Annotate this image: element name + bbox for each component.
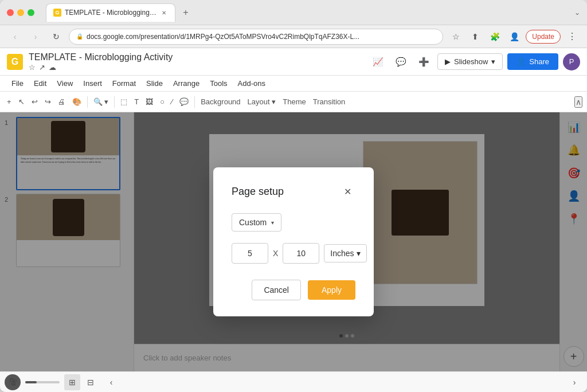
- share-nav-button[interactable]: ⬆: [467, 29, 483, 45]
- times-icon: X: [273, 249, 278, 258]
- next-button[interactable]: ›: [566, 374, 582, 390]
- toolbar-zoom-button[interactable]: 🔍 ▾: [91, 95, 111, 109]
- background-button[interactable]: Background: [198, 95, 242, 109]
- slideshow-button[interactable]: ▶ Slideshow ▾: [437, 53, 503, 70]
- new-tab-button[interactable]: +: [178, 5, 194, 21]
- height-input[interactable]: [283, 243, 319, 264]
- app-title-area: TEMPLATE - Microblogging Activity ☆ ↗ ☁: [29, 52, 173, 72]
- chevron-down-icon[interactable]: ⌄: [574, 9, 580, 17]
- active-tab[interactable]: G TEMPLATE - Microblogging Ac... ✕: [46, 3, 175, 22]
- extensions-button[interactable]: 🧩: [487, 29, 503, 45]
- volume-slider[interactable]: [25, 381, 60, 383]
- back-button[interactable]: ‹: [7, 29, 23, 45]
- custom-label: Custom: [239, 218, 267, 227]
- unit-dropdown[interactable]: Inches ▾: [324, 244, 366, 262]
- slideshow-arrow-icon: ▾: [491, 57, 495, 66]
- menu-file[interactable]: File: [7, 77, 28, 89]
- layout-button[interactable]: Layout ▾: [245, 95, 279, 109]
- toolbar-redo-button[interactable]: ↪: [42, 95, 53, 109]
- toolbar-add-button[interactable]: +: [5, 95, 14, 109]
- toolbar-sep-3: [194, 96, 195, 108]
- window-controls: [7, 9, 34, 16]
- menu-arrange[interactable]: Arrange: [169, 77, 204, 89]
- app-title-icons: ☆ ↗ ☁: [29, 63, 173, 72]
- app-title: TEMPLATE - Microblogging Activity: [29, 52, 173, 62]
- share-button[interactable]: 👤 Share: [507, 53, 558, 70]
- toolbar-comment-button[interactable]: 💬: [177, 95, 191, 109]
- apply-button[interactable]: Apply: [308, 280, 355, 300]
- toolbar-shapes-button[interactable]: ○: [158, 95, 167, 109]
- toolbar-image-button[interactable]: 🖼: [143, 95, 155, 109]
- toolbar: + ↖ ↩ ↪ 🖨 🎨 🔍 ▾ ⬚ T 🖼 ○ ∕ 💬 Background L…: [0, 92, 587, 112]
- collapse-panel-button[interactable]: ‹: [103, 374, 119, 390]
- width-input[interactable]: [232, 243, 268, 264]
- modal-header: Page setup ✕: [232, 183, 355, 199]
- menu-tools[interactable]: Tools: [205, 77, 232, 89]
- toolbar-select-button[interactable]: ⬚: [118, 95, 130, 109]
- toolbar-undo-button[interactable]: ↩: [29, 95, 40, 109]
- toolbar-cursor-button[interactable]: ↖: [16, 95, 27, 109]
- bookmark-button[interactable]: ☆: [448, 29, 464, 45]
- modal-close-button[interactable]: ✕: [339, 183, 355, 199]
- toolbar-line-button[interactable]: ∕: [169, 95, 175, 109]
- nav-actions: ☆ ⬆ 🧩 👤 Update ⋮: [448, 29, 580, 45]
- app-header: G TEMPLATE - Microblogging Activity ☆ ↗ …: [0, 48, 587, 76]
- bottom-bar: 🎥 ⊞ ⊟ ‹ ›: [0, 371, 587, 392]
- modal-body: Custom ▾ X Inches ▾ Cancel A: [232, 213, 355, 300]
- menu-slide[interactable]: Slide: [142, 77, 167, 89]
- add-icon-button[interactable]: ➕: [414, 53, 433, 71]
- cancel-button[interactable]: Cancel: [252, 280, 301, 300]
- nav-bar: ‹ › ↻ 🔒 docs.google.com/presentation/d/1…: [0, 25, 587, 48]
- dimensions-row: X Inches ▾: [232, 243, 355, 264]
- list-view-button[interactable]: ⊟: [83, 374, 99, 390]
- custom-dropdown[interactable]: Custom ▾: [232, 213, 281, 232]
- modal-actions: Cancel Apply: [232, 280, 355, 300]
- zoom-camera-button[interactable]: 🎥: [5, 374, 21, 390]
- address-bar[interactable]: 🔒 docs.google.com/presentation/d/1MRPg4-…: [69, 29, 443, 45]
- menu-addons[interactable]: Add-ons: [233, 77, 270, 89]
- page-setup-modal: Page setup ✕ Custom ▾ X Inches ▾: [213, 167, 374, 316]
- transition-button[interactable]: Transition: [311, 95, 348, 109]
- close-button[interactable]: [7, 9, 14, 16]
- lock-icon: 🔒: [76, 33, 83, 40]
- unit-arrow-icon: ▾: [357, 249, 361, 258]
- update-button[interactable]: Update: [526, 30, 561, 44]
- minimize-button[interactable]: [17, 9, 24, 16]
- toolbar-textbox-button[interactable]: T: [132, 95, 141, 109]
- move-to-icon[interactable]: ↗: [39, 63, 45, 72]
- menu-format[interactable]: Format: [108, 77, 140, 89]
- modal-overlay: Page setup ✕ Custom ▾ X Inches ▾: [0, 112, 587, 371]
- main-content: 1 Today we found a new set of scraps to …: [0, 112, 587, 371]
- menu-insert[interactable]: Insert: [79, 77, 107, 89]
- header-icons: 📈 💬 ➕ ▶ Slideshow ▾ 👤 Share P: [369, 53, 580, 71]
- more-button[interactable]: ⋮: [564, 29, 580, 45]
- slideshow-icon: ▶: [445, 57, 451, 66]
- toolbar-paintformat-button[interactable]: 🎨: [70, 95, 84, 109]
- profiles-button[interactable]: 👤: [506, 29, 522, 45]
- theme-button[interactable]: Theme: [280, 95, 308, 109]
- star-icon[interactable]: ☆: [29, 63, 36, 72]
- bottom-right: ›: [566, 374, 582, 390]
- grid-view-button[interactable]: ⊞: [64, 374, 80, 390]
- cloud-icon[interactable]: ☁: [49, 63, 56, 72]
- analytics-button[interactable]: 📈: [369, 53, 387, 71]
- maximize-button[interactable]: [28, 9, 34, 16]
- view-buttons: ⊞ ⊟: [64, 374, 99, 390]
- toolbar-collapse-button[interactable]: ∧: [574, 96, 582, 108]
- share-label: Share: [529, 57, 549, 66]
- dropdown-arrow-icon: ▾: [271, 219, 274, 226]
- menu-bar: File Edit View Insert Format Slide Arran…: [0, 76, 587, 92]
- tab-close-button[interactable]: ✕: [160, 9, 168, 17]
- app-logo: G: [7, 54, 23, 70]
- forward-button[interactable]: ›: [28, 29, 44, 45]
- reload-button[interactable]: ↻: [48, 29, 64, 45]
- menu-edit[interactable]: Edit: [29, 77, 51, 89]
- share-person-icon: 👤: [516, 57, 526, 66]
- chat-button[interactable]: 💬: [392, 53, 410, 71]
- tab-bar: G TEMPLATE - Microblogging Ac... ✕ +: [46, 3, 570, 22]
- window-controls-right: ⌄: [574, 9, 580, 17]
- slideshow-label: Slideshow: [454, 57, 488, 66]
- menu-view[interactable]: View: [52, 77, 77, 89]
- toolbar-print-button[interactable]: 🖨: [56, 95, 68, 109]
- toolbar-sep-2: [114, 96, 115, 108]
